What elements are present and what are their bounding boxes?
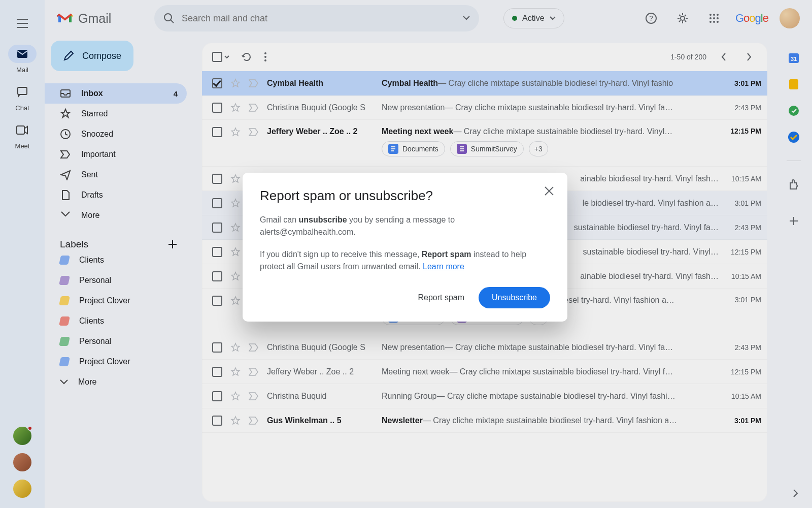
- report-spam-button[interactable]: Report spam: [414, 288, 468, 307]
- dialog-body-2: If you didn't sign up to receive this me…: [260, 248, 550, 273]
- unsubscribe-button[interactable]: Unsubscribe: [479, 287, 550, 308]
- dialog-close-button[interactable]: [544, 186, 554, 196]
- unsubscribe-dialog: Report spam or unsubscribe? Gmail can un…: [243, 173, 567, 322]
- dialog-body-1: Gmail can unsubscribe you by sending a m…: [260, 214, 550, 238]
- learn-more-link[interactable]: Learn more: [423, 262, 464, 271]
- close-icon: [544, 186, 554, 196]
- dialog-title: Report spam or unsubscribe?: [260, 188, 550, 204]
